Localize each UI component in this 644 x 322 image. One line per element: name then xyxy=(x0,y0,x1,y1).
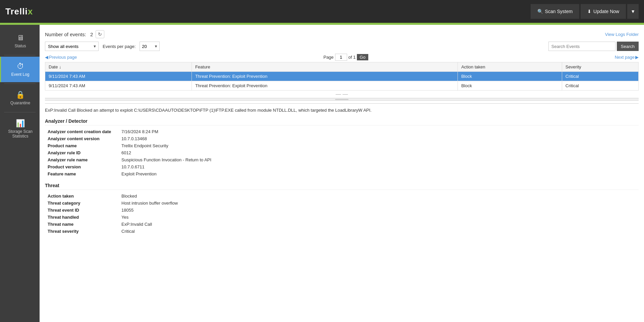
sidebar-item-storage-scan[interactable]: 📊 Storage Scan Statistics xyxy=(0,114,40,144)
detail-row: Threat categoryHost intrusion buffer ove… xyxy=(45,200,639,207)
table-row[interactable]: 9/11/2024 7:43 AMThreat Prevention: Expl… xyxy=(45,72,639,81)
update-now-button[interactable]: ⬇ Update Now xyxy=(581,4,626,19)
sidebar: 🖥 Status ⏱ Event Log 🔒 Quarantine 📊 Stor… xyxy=(0,25,40,322)
detail-field-label: Threat event ID xyxy=(45,207,119,214)
num-events-text: Number of events: 2 xyxy=(45,32,93,37)
update-icon: ⬇ xyxy=(587,9,591,14)
view-logs-folder-link[interactable]: View Logs Folder xyxy=(605,32,639,37)
cell-feature: Threat Prevention: Exploit Prevention xyxy=(192,81,458,91)
events-per-page-label: Events per page: xyxy=(103,44,136,49)
detail-row: Analyzer rule nameSuspicious Function In… xyxy=(45,156,639,163)
scan-icon: 🔍 xyxy=(537,9,543,14)
col-date[interactable]: Date ↓ xyxy=(45,62,192,72)
detail-field-value: 10.7.0.6711 xyxy=(119,163,639,170)
next-page-button[interactable]: Next page ▶ xyxy=(615,55,639,60)
table-row[interactable]: 9/11/2024 7:43 AMThreat Prevention: Expl… xyxy=(45,81,639,91)
detail-sections: Analyzer / DetectorAnalyzer content crea… xyxy=(45,118,639,235)
detail-field-value: Exploit Prevention xyxy=(119,170,639,177)
search-button[interactable]: Search xyxy=(617,42,639,51)
col-severity: Severity xyxy=(562,62,638,72)
go-button[interactable]: Go xyxy=(357,54,368,60)
cell-severity: Critical xyxy=(562,81,638,91)
detail-row: Threat nameExP:Invalid Call xyxy=(45,221,639,228)
filter-right: Search xyxy=(548,42,639,51)
filter-row: Show all events ▼ Events per page: 20 ▼ … xyxy=(45,42,639,51)
detail-field-value: Critical xyxy=(119,228,639,235)
cell-action_taken: Block xyxy=(458,72,562,81)
detail-row: Product version10.7.0.6711 xyxy=(45,163,639,170)
detail-field-label: Action taken xyxy=(45,193,119,200)
cell-severity: Critical xyxy=(562,72,638,81)
main-content: Number of events: 2 ↻ View Logs Folder S… xyxy=(40,25,644,322)
sidebar-item-status-label: Status xyxy=(14,44,26,48)
page-info: Page of 1 Go xyxy=(323,54,368,61)
detail-row: Threat event ID18055 xyxy=(45,207,639,214)
scan-system-label: Scan System xyxy=(545,9,573,14)
cell-date: 9/11/2024 7:43 AM xyxy=(45,72,192,81)
detail-field-label: Product name xyxy=(45,142,119,149)
sidebar-item-quarantine[interactable]: 🔒 Quarantine xyxy=(0,85,40,111)
detail-field-label: Threat category xyxy=(45,200,119,207)
detail-field-value: 6012 xyxy=(119,149,639,156)
col-action-taken: Action taken xyxy=(458,62,562,72)
per-page-select[interactable]: 20 xyxy=(140,42,160,51)
pane-divider-handle xyxy=(335,99,348,100)
detail-field-label: Analyzer rule name xyxy=(45,156,119,163)
detail-field-value: 7/16/2024 8:24 PM xyxy=(119,128,639,135)
events-table-head: Date ↓ Feature Action taken Severity xyxy=(45,62,639,72)
detail-field-value: Blocked xyxy=(119,193,639,200)
detail-table: Analyzer content creation date7/16/2024 … xyxy=(45,128,639,177)
detail-section-title: Threat xyxy=(45,183,639,190)
detail-field-label: Analyzer content version xyxy=(45,135,119,142)
lock-icon: 🔒 xyxy=(16,91,25,99)
scan-system-button[interactable]: 🔍 Scan System xyxy=(531,4,579,19)
right-arrow-icon: ▶ xyxy=(635,55,639,60)
show-events-select[interactable]: Show all events xyxy=(45,42,99,51)
header-row: Number of events: 2 ↻ View Logs Folder xyxy=(45,30,639,38)
detail-field-value: Yes xyxy=(119,214,639,221)
detail-field-label: Analyzer content creation date xyxy=(45,128,119,135)
detail-field-value: Suspicious Function Invocation - Return … xyxy=(119,156,639,163)
page-number-input[interactable] xyxy=(335,54,347,61)
detail-row: Analyzer rule ID6012 xyxy=(45,149,639,156)
events-table-header-row: Date ↓ Feature Action taken Severity xyxy=(45,62,639,72)
detail-row: Threat handledYes xyxy=(45,214,639,221)
sidebar-divider-3 xyxy=(4,112,36,112)
detail-row: Analyzer content version10.7.0.13468 xyxy=(45,135,639,142)
detail-row: Feature nameExploit Prevention xyxy=(45,170,639,177)
sidebar-item-event-log[interactable]: ⏱ Event Log xyxy=(0,57,40,82)
detail-field-value: ExP:Invalid Call xyxy=(119,221,639,228)
pagination-row: ◀ Previous page Page of 1 Go Next page ▶ xyxy=(45,54,639,61)
events-table-body: 9/11/2024 7:43 AMThreat Prevention: Expl… xyxy=(45,72,639,91)
filter-left: Show all events ▼ Events per page: 20 ▼ xyxy=(45,42,160,51)
scroll-indicator: — — xyxy=(45,91,639,98)
header-left: Number of events: 2 ↻ xyxy=(45,30,104,38)
sidebar-item-quarantine-label: Quarantine xyxy=(10,101,30,105)
chevron-down-icon: ▼ xyxy=(631,9,635,14)
detail-field-value: 10.7.0.13468 xyxy=(119,135,639,142)
topbar-actions: 🔍 Scan System ⬇ Update Now ▼ xyxy=(531,4,639,19)
detail-pane: ExP:Invalid Call Blocked an attempt to e… xyxy=(45,103,639,235)
events-table-wrap: Date ↓ Feature Action taken Severity xyxy=(45,62,639,91)
dropdown-button[interactable]: ▼ xyxy=(627,4,639,19)
detail-field-label: Feature name xyxy=(45,170,119,177)
update-now-label: Update Now xyxy=(593,9,619,14)
clock-icon: ⏱ xyxy=(17,62,24,71)
topbar: Trellix 🔍 Scan System ⬇ Update Now ▼ xyxy=(0,0,644,23)
detail-field-value: Host intrusion buffer overflow xyxy=(119,200,639,207)
detail-field-label: Threat severity xyxy=(45,228,119,235)
detail-field-label: Threat name xyxy=(45,221,119,228)
cell-action_taken: Block xyxy=(458,81,562,91)
sidebar-item-status[interactable]: 🖥 Status xyxy=(0,28,40,54)
sidebar-item-storage-scan-label: Storage Scan Statistics xyxy=(2,129,38,139)
num-events-value: 2 xyxy=(90,32,93,37)
left-arrow-icon: ◀ xyxy=(45,55,48,60)
sidebar-divider-1 xyxy=(4,55,36,55)
previous-page-button[interactable]: ◀ Previous page xyxy=(45,55,77,60)
refresh-button[interactable]: ↻ xyxy=(96,30,104,38)
detail-field-value: Trellix Endpoint Security xyxy=(119,142,639,149)
search-input[interactable] xyxy=(548,42,615,51)
show-events-filter-wrap: Show all events ▼ xyxy=(45,42,99,51)
layout: 🖥 Status ⏱ Event Log 🔒 Quarantine 📊 Stor… xyxy=(0,25,644,322)
pane-divider[interactable] xyxy=(45,98,639,101)
